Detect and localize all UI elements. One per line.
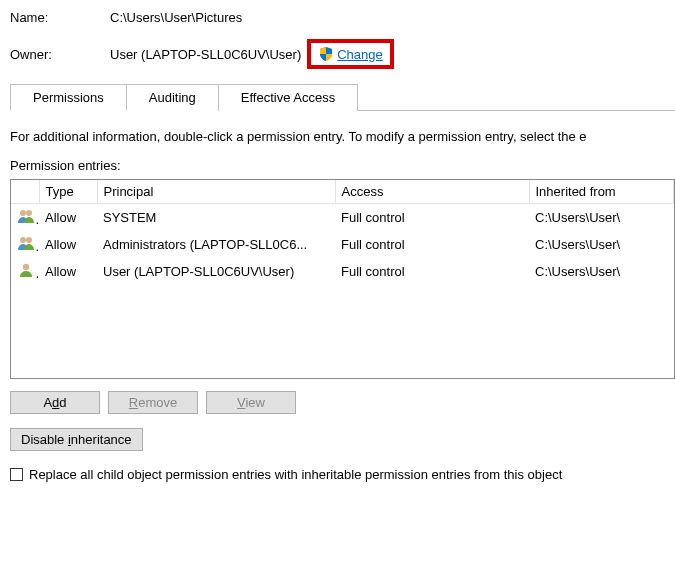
- row-icon: [11, 231, 39, 258]
- svg-point-0: [20, 210, 26, 216]
- col-inherited-header[interactable]: Inherited from: [529, 180, 674, 204]
- view-button: View: [206, 391, 296, 414]
- disable-inheritance-button[interactable]: Disable inheritance: [10, 428, 143, 451]
- owner-value: User (LAPTOP-SLL0C6UV\User): [110, 47, 301, 62]
- change-highlight: Change: [307, 39, 394, 69]
- table-row[interactable]: AllowSYSTEMFull controlC:\Users\User\: [11, 204, 674, 232]
- row-type: Allow: [39, 231, 97, 258]
- name-value: C:\Users\User\Pictures: [110, 10, 242, 25]
- svg-point-2: [20, 237, 26, 243]
- change-link[interactable]: Change: [337, 47, 383, 62]
- replace-children-label: Replace all child object permission entr…: [29, 467, 562, 482]
- row-principal: SYSTEM: [97, 204, 335, 232]
- col-access-header[interactable]: Access: [335, 180, 529, 204]
- row-inherited: C:\Users\User\: [529, 204, 674, 232]
- tab-effective-access[interactable]: Effective Access: [219, 84, 358, 111]
- name-label: Name:: [10, 10, 110, 25]
- tab-permissions[interactable]: Permissions: [10, 84, 127, 111]
- tab-bar: Permissions Auditing Effective Access: [10, 83, 675, 111]
- row-inherited: C:\Users\User\: [529, 258, 674, 285]
- col-principal-header[interactable]: Principal: [97, 180, 335, 204]
- col-type-header[interactable]: Type: [39, 180, 97, 204]
- add-button[interactable]: Add: [10, 391, 100, 414]
- row-access: Full control: [335, 204, 529, 232]
- row-icon: [11, 204, 39, 232]
- row-access: Full control: [335, 258, 529, 285]
- row-principal: Administrators (LAPTOP-SLL0C6...: [97, 231, 335, 258]
- table-row[interactable]: AllowAdministrators (LAPTOP-SLL0C6...Ful…: [11, 231, 674, 258]
- permission-entries-table: Type Principal Access Inherited from All…: [10, 179, 675, 379]
- row-principal: User (LAPTOP-SLL0C6UV\User): [97, 258, 335, 285]
- row-access: Full control: [335, 231, 529, 258]
- table-row[interactable]: AllowUser (LAPTOP-SLL0C6UV\User)Full con…: [11, 258, 674, 285]
- row-type: Allow: [39, 258, 97, 285]
- row-inherited: C:\Users\User\: [529, 231, 674, 258]
- replace-children-checkbox[interactable]: [10, 468, 23, 481]
- col-icon-header[interactable]: [11, 180, 39, 204]
- entries-label: Permission entries:: [10, 158, 675, 173]
- svg-point-3: [26, 237, 32, 243]
- row-type: Allow: [39, 204, 97, 232]
- info-text: For additional information, double-click…: [10, 129, 675, 144]
- svg-point-4: [23, 264, 29, 270]
- shield-icon: [318, 46, 334, 62]
- tab-auditing[interactable]: Auditing: [127, 84, 219, 111]
- row-icon: [11, 258, 39, 285]
- svg-point-1: [26, 210, 32, 216]
- owner-label: Owner:: [10, 47, 110, 62]
- remove-button: Remove: [108, 391, 198, 414]
